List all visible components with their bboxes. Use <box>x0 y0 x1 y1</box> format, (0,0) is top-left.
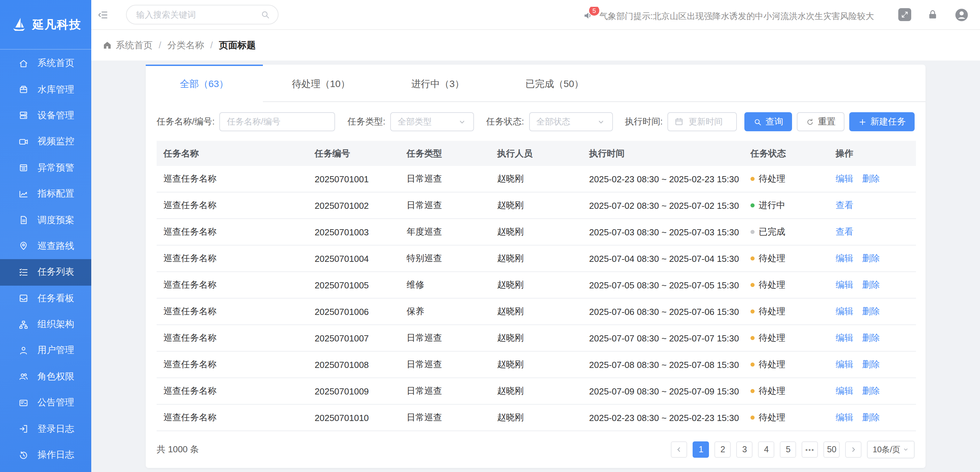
exec-time-picker[interactable]: 更新时间 <box>667 112 737 131</box>
next-page-button[interactable] <box>845 441 862 458</box>
page-size-select[interactable]: 10条/页 <box>867 441 915 458</box>
sidebar-item-metric[interactable]: 指标配置 <box>0 181 91 207</box>
task-status: 待处理 <box>744 245 829 272</box>
app-root: 延凡科技 系统首页水库管理设备管理视频监控异常预警指标配置调度预案巡查路线任务列… <box>0 0 980 472</box>
global-search-input[interactable] <box>126 5 278 24</box>
tab-0[interactable]: 全部（63） <box>146 65 262 102</box>
page-button-1[interactable]: 1 <box>693 441 709 458</box>
sidebar-item-org[interactable]: 组织架构 <box>0 312 91 338</box>
more-pages-button[interactable]: ••• <box>802 441 818 458</box>
task-time: 2025-07-09 08:30 ~ 2025-07-09 15:30 <box>582 378 744 404</box>
task-person: 赵晓刚 <box>490 298 582 325</box>
status-label: 待处理 <box>759 385 785 397</box>
action-link[interactable]: 删除 <box>862 412 880 422</box>
sidebar-item-label: 巡查路线 <box>37 240 74 252</box>
action-link[interactable]: 删除 <box>862 280 880 290</box>
sidebar-item-plan[interactable]: 调度预案 <box>0 207 91 233</box>
sidebar-item-home[interactable]: 系统首页 <box>0 50 91 76</box>
action-link[interactable]: 编辑 <box>835 280 853 290</box>
sidebar-item-login[interactable]: 登录日志 <box>0 416 91 442</box>
task-type: 日常巡查 <box>400 404 490 431</box>
action-link[interactable]: 编辑 <box>835 333 853 343</box>
sidebar-item-reservoir[interactable]: 水库管理 <box>0 76 91 103</box>
tab-1[interactable]: 待处理（10） <box>262 65 379 102</box>
sidebar-item-label: 系统首页 <box>37 57 74 70</box>
sidebar-item-tasks[interactable]: 任务列表 <box>0 259 91 285</box>
row-actions: 编辑删除 <box>829 378 916 404</box>
tab-2[interactable]: 进行中（3） <box>379 65 496 102</box>
task-name: 巡查任务名称 <box>157 325 308 351</box>
action-link[interactable]: 删除 <box>862 333 880 343</box>
sidebar-item-device[interactable]: 设备管理 <box>0 103 91 129</box>
sidebar-collapse-icon[interactable] <box>97 9 108 20</box>
status-dot <box>751 257 754 260</box>
sidebar-item-video[interactable]: 视频监控 <box>0 128 91 155</box>
sidebar-item-label: 公告管理 <box>37 397 74 409</box>
login-icon <box>18 424 29 434</box>
task-name-input[interactable] <box>219 112 335 131</box>
sidebar-item-roles[interactable]: 角色权限 <box>0 364 91 390</box>
user-avatar[interactable] <box>954 7 969 22</box>
task-type-select[interactable]: 全部类型 <box>390 112 474 131</box>
breadcrumb-home[interactable]: 系统首页 <box>116 39 153 51</box>
page-button-4[interactable]: 4 <box>758 441 775 458</box>
create-task-button[interactable]: 新建任务 <box>849 112 915 131</box>
action-link[interactable]: 查看 <box>835 200 853 210</box>
action-link[interactable]: 删除 <box>862 253 880 263</box>
prev-page-button[interactable] <box>671 441 687 458</box>
task-status: 待处理 <box>744 351 829 378</box>
sidebar-item-user[interactable]: 用户管理 <box>0 338 91 364</box>
sidebar-item-label: 视频监控 <box>37 136 74 148</box>
action-link[interactable]: 编辑 <box>835 359 853 369</box>
search-icon[interactable] <box>260 10 270 20</box>
tab-3[interactable]: 已完成（50） <box>496 65 613 102</box>
reset-button[interactable]: 重置 <box>797 112 845 131</box>
sidebar-item-board[interactable]: 任务看板 <box>0 285 91 312</box>
action-link[interactable]: 查看 <box>835 226 853 237</box>
task-type: 特别巡查 <box>400 245 490 272</box>
task-type: 日常巡查 <box>400 351 490 378</box>
action-link[interactable]: 删除 <box>862 306 880 316</box>
table-row: 巡查任务名称20250701005维修赵晓刚2025-07-05 08:30 ~… <box>157 272 916 298</box>
task-name: 巡查任务名称 <box>157 245 308 272</box>
task-status-select[interactable]: 全部状态 <box>529 112 612 131</box>
search-button[interactable]: 查询 <box>745 112 792 131</box>
lock-icon[interactable] <box>927 9 939 21</box>
breadcrumb-category[interactable]: 分类名称 <box>167 39 204 51</box>
sidebar-item-label: 组织架构 <box>37 318 74 331</box>
action-link[interactable]: 删除 <box>862 173 880 184</box>
home-icon[interactable] <box>102 40 112 50</box>
sidebar-item-warning[interactable]: 异常预警 <box>0 155 91 181</box>
action-link[interactable]: 删除 <box>862 359 880 369</box>
task-status: 待处理 <box>744 298 829 325</box>
page-button-2[interactable]: 2 <box>715 441 731 458</box>
task-type: 年度巡查 <box>400 219 490 245</box>
action-link[interactable]: 编辑 <box>835 253 853 263</box>
action-link[interactable]: 编辑 <box>835 306 853 316</box>
table-body: 巡查任务名称20250701001日常巡查赵晓刚2025-02-23 08:30… <box>157 166 916 431</box>
action-link[interactable]: 编辑 <box>835 386 853 396</box>
chevron-down-icon <box>458 117 466 126</box>
page-button-5[interactable]: 5 <box>780 441 797 458</box>
reservoir-icon <box>18 84 29 95</box>
sidebar-item-notice[interactable]: 公告管理 <box>0 390 91 416</box>
row-actions: 查看 <box>829 192 916 219</box>
action-link[interactable]: 编辑 <box>835 173 853 184</box>
action-link[interactable]: 删除 <box>862 386 880 396</box>
fullscreen-button[interactable] <box>898 8 911 21</box>
table-header-row: 任务名称任务编号任务类型执行人员执行时间任务状态操作 <box>157 141 916 166</box>
sidebar-item-oplog[interactable]: 操作日志 <box>0 442 91 468</box>
action-link[interactable]: 编辑 <box>835 412 853 422</box>
status-label: 待处理 <box>759 252 785 265</box>
table-row: 巡查任务名称20250701002日常巡查赵晓刚2025-07-02 08:30… <box>157 192 916 219</box>
chevron-down-icon <box>596 117 605 126</box>
status-label: 待处理 <box>759 306 785 318</box>
task-status-value: 全部状态 <box>536 116 570 128</box>
task-name: 巡查任务名称 <box>157 404 308 431</box>
sidebar-item-route[interactable]: 巡查路线 <box>0 233 91 259</box>
status-dot <box>751 283 754 287</box>
notice-count-badge: 5 <box>589 7 599 16</box>
task-status: 已完成 <box>744 219 829 245</box>
page-button-50[interactable]: 50 <box>824 441 840 458</box>
page-button-3[interactable]: 3 <box>737 441 753 458</box>
